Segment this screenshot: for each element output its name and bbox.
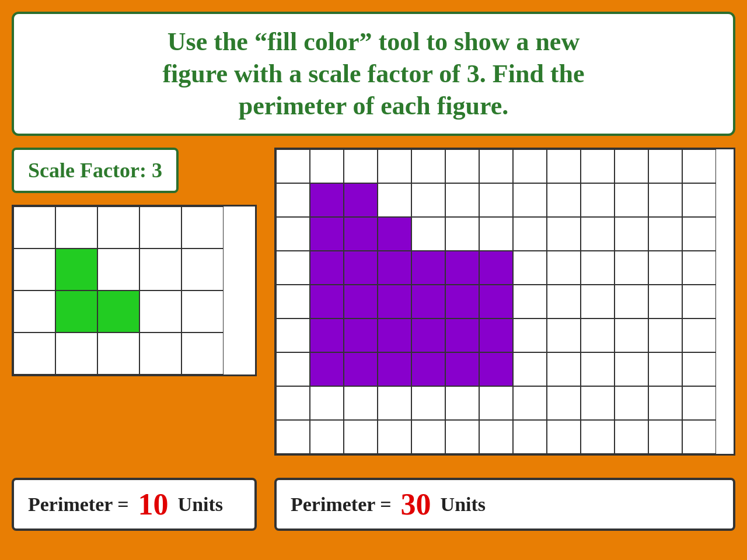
large-grid-cell-1-5 bbox=[445, 183, 479, 217]
large-grid-cell-7-0 bbox=[276, 386, 310, 420]
large-grid-cell-8-7 bbox=[513, 420, 547, 454]
large-grid-cell-4-7 bbox=[513, 285, 547, 318]
large-grid-cell-2-9 bbox=[581, 217, 615, 251]
large-grid-cell-5-0 bbox=[276, 318, 310, 352]
small-grid-cell-2-0 bbox=[13, 290, 55, 332]
small-grid-cell-3-0 bbox=[13, 332, 55, 374]
large-grid-cell-5-8 bbox=[547, 318, 581, 352]
large-grid-cell-1-8 bbox=[547, 183, 581, 217]
large-grid-cell-5-11 bbox=[648, 318, 682, 352]
large-grid-cell-5-3 bbox=[378, 318, 411, 352]
large-grid-cell-5-5 bbox=[445, 318, 479, 352]
large-grid-cell-0-12 bbox=[682, 149, 716, 183]
small-grid-cell-0-2 bbox=[97, 206, 139, 249]
large-grid-cell-3-2 bbox=[344, 251, 378, 285]
large-grid-cell-8-6 bbox=[479, 420, 513, 454]
large-grid-cell-8-10 bbox=[615, 420, 648, 454]
large-grid-cell-7-7 bbox=[513, 386, 547, 420]
perimeter-label-right: Perimeter = bbox=[291, 494, 392, 516]
large-grid-cell-6-5 bbox=[445, 352, 479, 386]
perimeter-value-left: 10 bbox=[138, 487, 169, 522]
large-grid-cell-2-11 bbox=[648, 217, 682, 251]
large-grid-cell-0-9 bbox=[581, 149, 615, 183]
small-grid-cell-3-1 bbox=[55, 332, 97, 374]
large-grid-cell-7-9 bbox=[581, 386, 615, 420]
large-grid bbox=[274, 148, 735, 456]
large-grid-cell-7-3 bbox=[378, 386, 411, 420]
large-grid-cell-2-4 bbox=[411, 217, 445, 251]
large-grid-cell-0-6 bbox=[479, 149, 513, 183]
large-grid-cell-4-2 bbox=[344, 285, 378, 318]
large-grid-cell-0-5 bbox=[445, 149, 479, 183]
large-grid-cell-7-11 bbox=[648, 386, 682, 420]
large-grid-cell-1-7 bbox=[513, 183, 547, 217]
large-grid-cell-1-6 bbox=[479, 183, 513, 217]
large-grid-cell-8-1 bbox=[310, 420, 344, 454]
large-grid-cell-2-1 bbox=[310, 217, 344, 251]
large-grid-cell-1-1 bbox=[310, 183, 344, 217]
large-grid-cell-3-5 bbox=[445, 251, 479, 285]
large-grid-cell-4-10 bbox=[615, 285, 648, 318]
large-grid-cell-0-4 bbox=[411, 149, 445, 183]
large-grid-cell-5-9 bbox=[581, 318, 615, 352]
large-grid-cell-7-8 bbox=[547, 386, 581, 420]
large-grid-cell-6-8 bbox=[547, 352, 581, 386]
small-grid-cell-2-3 bbox=[139, 290, 181, 332]
large-grid-cell-5-4 bbox=[411, 318, 445, 352]
large-grid-cell-4-11 bbox=[648, 285, 682, 318]
small-grid bbox=[12, 205, 257, 376]
perimeter-value-right: 30 bbox=[401, 487, 431, 522]
large-grid-cell-3-12 bbox=[682, 251, 716, 285]
large-grid-cell-4-4 bbox=[411, 285, 445, 318]
large-grid-cell-4-8 bbox=[547, 285, 581, 318]
large-grid-cell-6-7 bbox=[513, 352, 547, 386]
perimeter-box-left: Perimeter = 10 Units bbox=[12, 478, 257, 531]
large-grid-cell-3-9 bbox=[581, 251, 615, 285]
large-grid-cell-5-1 bbox=[310, 318, 344, 352]
large-grid-cell-2-6 bbox=[479, 217, 513, 251]
small-grid-cell-1-3 bbox=[139, 249, 181, 290]
large-grid-cell-8-3 bbox=[378, 420, 411, 454]
small-grid-cell-2-4 bbox=[181, 290, 224, 332]
large-grid-cell-8-9 bbox=[581, 420, 615, 454]
large-grid-cell-2-3 bbox=[378, 217, 411, 251]
perimeter-box-right: Perimeter = 30 Units bbox=[274, 478, 735, 531]
large-grid-cell-2-8 bbox=[547, 217, 581, 251]
small-grid-cell-1-1 bbox=[55, 249, 97, 290]
large-grid-cell-0-7 bbox=[513, 149, 547, 183]
large-grid-cell-7-5 bbox=[445, 386, 479, 420]
large-grid-cell-1-11 bbox=[648, 183, 682, 217]
large-grid-cell-6-12 bbox=[682, 352, 716, 386]
large-grid-cell-0-0 bbox=[276, 149, 310, 183]
small-grid-cell-0-1 bbox=[55, 206, 97, 249]
large-grid-cell-3-0 bbox=[276, 251, 310, 285]
perimeter-units-left: Units bbox=[178, 494, 223, 516]
large-grid-cell-1-12 bbox=[682, 183, 716, 217]
small-grid-cell-0-4 bbox=[181, 206, 224, 249]
small-grid-cell-2-1 bbox=[55, 290, 97, 332]
large-grid-cell-0-8 bbox=[547, 149, 581, 183]
small-grid-cell-1-0 bbox=[13, 249, 55, 290]
large-grid-cell-4-0 bbox=[276, 285, 310, 318]
large-grid-cell-6-0 bbox=[276, 352, 310, 386]
large-grid-cell-3-4 bbox=[411, 251, 445, 285]
small-grid-cell-3-4 bbox=[181, 332, 224, 374]
large-grid-cell-5-12 bbox=[682, 318, 716, 352]
large-grid-cell-1-10 bbox=[615, 183, 648, 217]
large-grid-cell-3-11 bbox=[648, 251, 682, 285]
small-grid-cell-0-0 bbox=[13, 206, 55, 249]
main-container: Use the “fill color” tool to show a new … bbox=[12, 12, 735, 531]
large-grid-cell-8-4 bbox=[411, 420, 445, 454]
large-grid-cell-7-1 bbox=[310, 386, 344, 420]
large-grid-cell-8-12 bbox=[682, 420, 716, 454]
scale-factor-box: Scale Factor: 3 bbox=[12, 148, 179, 193]
large-grid-cell-1-2 bbox=[344, 183, 378, 217]
large-grid-cell-3-7 bbox=[513, 251, 547, 285]
large-grid-cell-0-3 bbox=[378, 149, 411, 183]
small-grid-cell-3-3 bbox=[139, 332, 181, 374]
large-grid-cell-1-4 bbox=[411, 183, 445, 217]
large-grid-cell-0-1 bbox=[310, 149, 344, 183]
large-grid-cell-1-3 bbox=[378, 183, 411, 217]
small-grid-cell-1-4 bbox=[181, 249, 224, 290]
large-grid-cell-2-5 bbox=[445, 217, 479, 251]
